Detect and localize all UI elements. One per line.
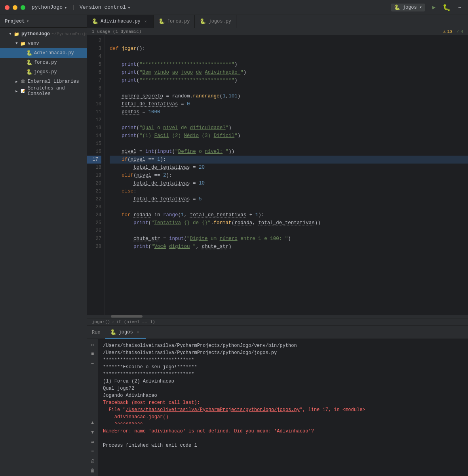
maximize-button[interactable]	[21, 5, 25, 10]
scrollbar-thumb[interactable]	[111, 315, 143, 318]
version-control-dropdown[interactable]: Version control ▾	[80, 4, 131, 11]
close-button[interactable]	[5, 5, 10, 10]
project-dropdown[interactable]: pythonJogo ▾	[32, 4, 67, 11]
code-line	[110, 140, 468, 148]
sidebar-item-venv[interactable]: 📁 venv	[0, 39, 87, 48]
warning-badge: ⚠ 13 ✓ 4	[443, 29, 463, 34]
code-line: print("Tentativa {} de {}".format(rodada…	[110, 219, 468, 227]
sidebar-item-scratches[interactable]: 📝 Scratches and Consoles	[0, 86, 87, 96]
sidebar-item-adivinhacao[interactable]: 🐍 Adivinhacao.py	[0, 48, 87, 58]
scroll-up-button[interactable]: ▲	[89, 419, 97, 427]
tab-adivinhacao[interactable]: 🐍 Adivinhacao.py ✕	[87, 15, 154, 28]
tab-label: jogos	[119, 329, 133, 335]
terminal-line: ********************************	[103, 356, 463, 364]
chevron-right-icon	[14, 79, 19, 84]
bottom-panel: Run 🐍 jogos ✕ ↺ ■ ⋯ ▲ ▼ ⇌ ≡	[87, 326, 468, 476]
sidebar-header[interactable]: Project ▾	[0, 15, 87, 28]
chevron-down-icon: ▾	[64, 4, 67, 11]
panel-content: ↺ ■ ⋯ ▲ ▼ ⇌ ≡ 🖨 🗑 /Users/thaisoliveirasi…	[87, 339, 468, 476]
debug-button[interactable]: 🐛	[443, 4, 451, 11]
py-icon: 🐍	[26, 69, 32, 75]
sidebar-item-external-libraries[interactable]: 🏛 External Libraries	[0, 77, 87, 86]
chevron-down-icon	[14, 41, 19, 46]
terminal-line: Process finished with exit code 1	[103, 442, 463, 449]
tab-jogos[interactable]: 🐍 jogos.py	[195, 15, 236, 28]
code-line: nivel = int(input("Define o nível: "))	[110, 148, 468, 156]
code-line: print("(1) Fácil (2) Médio (3) Difícil")	[110, 132, 468, 140]
sidebar-item-pythonJogo[interactable]: 📁 pythonJogo ~/PycharmProje	[0, 29, 87, 39]
version-control-label: Version control	[80, 4, 126, 10]
check-icon: ✓	[457, 29, 459, 34]
usage-bar: 1 usage (1 dynamic) ⚠ 13 ✓ 4	[87, 28, 468, 35]
folder-icon: 📁	[13, 31, 20, 37]
code-line: print("******************************")	[110, 61, 468, 69]
terminal-line-error: Traceback (most recent call last):	[103, 399, 463, 406]
code-line: total_de_tentativas = 0	[110, 100, 468, 108]
py-icon: 🐍	[26, 59, 32, 66]
run-config-icon: 🐍	[394, 4, 400, 11]
filter-button[interactable]: ≡	[89, 447, 97, 455]
code-line: else:	[110, 187, 468, 195]
breadcrumb-func[interactable]: jogar()	[92, 320, 110, 324]
run-button[interactable]: ▶	[430, 4, 438, 11]
terminal-line-nameerror: NameError: name 'adivinhacao' is not def…	[103, 428, 463, 435]
tab-close-button[interactable]: ✕	[135, 329, 141, 335]
tab-label: forca.py	[167, 19, 190, 24]
panel-tab-jogos[interactable]: 🐍 jogos ✕	[105, 326, 146, 339]
title-bar: pythonJogo ▾ | Version control ▾ 🐍 jogos…	[0, 0, 468, 15]
chevron-down-icon: ▾	[26, 18, 29, 24]
code-line: def jogar():	[110, 45, 468, 53]
check-count: 4	[460, 29, 463, 34]
horizontal-scrollbar[interactable]	[87, 315, 468, 318]
terminal-output[interactable]: /Users/thaisoliveirasilva/PycharmProject…	[98, 339, 468, 476]
tab-close-button[interactable]: ✕	[143, 19, 148, 24]
tab-bar: 🐍 Adivinhacao.py ✕ 🐍 forca.py 🐍 jogos.py	[87, 15, 468, 28]
spacer	[21, 51, 25, 55]
sidebar-item-jogos[interactable]: 🐍 jogos.py	[0, 67, 87, 77]
tab-icon: 🐍	[158, 18, 165, 25]
main-layout: Project ▾ 📁 pythonJogo ~/PycharmProje 📁 …	[0, 15, 468, 476]
more-options-button[interactable]: ⋯	[89, 360, 97, 367]
sidebar-item-forca[interactable]: 🐍 forca.py	[0, 58, 87, 67]
minimize-button[interactable]	[13, 5, 17, 10]
stop-button[interactable]: ■	[89, 350, 97, 358]
more-button[interactable]: ⋯	[455, 4, 463, 11]
code-line	[110, 84, 468, 92]
tab-forca[interactable]: 🐍 forca.py	[154, 15, 195, 28]
terminal-line: ********************************	[103, 371, 463, 378]
code-line: total_de_tentativas = 20	[110, 164, 468, 171]
traffic-lights	[5, 5, 25, 10]
code-line	[110, 116, 468, 124]
terminal-line: (1) Forca (2) Adivinhacao	[103, 378, 463, 385]
code-line: elif(nivel == 2):	[110, 171, 468, 179]
terminal-line: /Users/thaisoliveirasilva/PycharmProject…	[103, 342, 463, 356]
rerun-button[interactable]: ↺	[89, 341, 97, 348]
terminal-line: Qual jogo?2	[103, 385, 463, 392]
clear-button[interactable]: 🗑	[89, 466, 97, 474]
folder-icon: 📁	[20, 40, 26, 47]
breadcrumb-sep: ›	[112, 320, 114, 324]
breadcrumb-cond[interactable]: if (nivel == 1)	[116, 320, 155, 324]
code-content[interactable]: def jogar(): print("********************…	[105, 35, 468, 315]
sidebar-item-label: External Libraries	[28, 79, 79, 84]
chevron-right-icon	[14, 89, 19, 93]
print-button[interactable]: 🖨	[89, 457, 97, 465]
code-line: for rodada in range(1, total_de_tentativ…	[110, 211, 468, 219]
sidebar-item-label: forca.py	[34, 60, 57, 65]
scroll-down-button[interactable]: ▼	[89, 428, 97, 436]
spacer	[21, 60, 25, 65]
run-config[interactable]: 🐍 jogos ▾	[391, 4, 425, 11]
title-bar-center: pythonJogo ▾ | Version control ▾	[32, 4, 391, 11]
run-config-label: jogos	[403, 5, 417, 10]
tab-label: jogos.py	[208, 19, 231, 24]
code-line: chute_str = input("Digite um número entr…	[110, 235, 468, 243]
breadcrumb-bar: jogar() › if (nivel == 1)	[87, 318, 468, 326]
usage-text: 1 usage (1 dynamic)	[92, 29, 141, 34]
panel-tab-run[interactable]: Run	[87, 326, 105, 339]
code-line	[110, 203, 468, 211]
warning-icon: ⚠	[443, 29, 446, 34]
soft-wrap-button[interactable]: ⇌	[89, 438, 97, 446]
sidebar-item-label: Adivinhacao.py	[34, 50, 74, 56]
sidebar-item-label: Scratches and Consoles	[28, 86, 84, 97]
tab-icon: 🐍	[200, 18, 206, 25]
